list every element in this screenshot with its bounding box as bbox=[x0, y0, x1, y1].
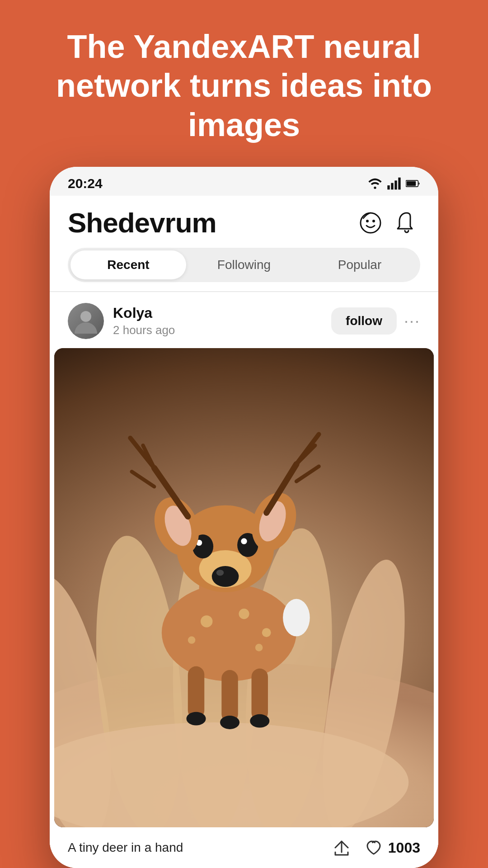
svg-point-29 bbox=[241, 538, 247, 544]
post-footer: A tiny deer in a hand 1003 bbox=[50, 827, 438, 868]
like-count: 1003 bbox=[388, 840, 420, 856]
svg-point-10 bbox=[372, 220, 375, 222]
post-image[interactable] bbox=[54, 348, 434, 827]
avatar-image bbox=[68, 303, 104, 339]
wifi-icon bbox=[368, 176, 382, 191]
app-title: Shedevrum bbox=[68, 207, 216, 239]
post-header: Kolya 2 hours ago follow ··· bbox=[50, 292, 438, 348]
face-smile-icon[interactable] bbox=[357, 209, 384, 236]
post-caption: A tiny deer in a hand bbox=[68, 840, 330, 855]
phone-frame: 20:24 Shedevru bbox=[50, 167, 438, 868]
status-bar: 20:24 bbox=[50, 167, 438, 196]
svg-rect-42 bbox=[188, 666, 204, 719]
follow-button[interactable]: follow bbox=[331, 307, 397, 335]
tab-popular[interactable]: Popular bbox=[302, 250, 418, 279]
svg-point-24 bbox=[212, 566, 239, 587]
tab-following[interactable]: Following bbox=[186, 250, 302, 279]
post-actions: follow ··· bbox=[331, 307, 420, 335]
bell-icon[interactable] bbox=[393, 209, 420, 236]
svg-point-50 bbox=[262, 628, 271, 637]
svg-point-45 bbox=[186, 712, 206, 726]
svg-rect-7 bbox=[407, 181, 416, 186]
svg-point-52 bbox=[255, 644, 263, 651]
app-header: Shedevrum bbox=[50, 196, 438, 248]
svg-point-51 bbox=[188, 637, 196, 644]
tab-recent[interactable]: Recent bbox=[70, 250, 186, 279]
svg-rect-2 bbox=[387, 185, 389, 189]
svg-point-46 bbox=[220, 716, 239, 729]
svg-point-11 bbox=[80, 311, 91, 322]
post-image-art bbox=[54, 348, 434, 827]
svg-point-25 bbox=[216, 570, 224, 576]
svg-point-9 bbox=[366, 220, 369, 222]
svg-rect-44 bbox=[252, 669, 268, 721]
svg-point-8 bbox=[361, 213, 380, 233]
svg-rect-43 bbox=[221, 670, 238, 722]
svg-point-53 bbox=[283, 599, 310, 637]
avatar[interactable] bbox=[68, 303, 104, 339]
post-footer-actions: 1003 bbox=[330, 836, 420, 859]
status-icons bbox=[368, 176, 420, 191]
tab-bar: Recent Following Popular bbox=[68, 248, 420, 282]
more-options-button[interactable]: ··· bbox=[404, 311, 420, 330]
post-time: 2 hours ago bbox=[113, 323, 331, 337]
header-icons bbox=[357, 209, 420, 236]
svg-point-48 bbox=[201, 615, 212, 627]
svg-point-1 bbox=[374, 187, 376, 189]
hero-title: The YandexART neural network turns ideas… bbox=[0, 0, 488, 167]
svg-rect-5 bbox=[398, 178, 400, 190]
post-user-info: Kolya 2 hours ago bbox=[113, 305, 331, 337]
svg-rect-4 bbox=[394, 181, 397, 190]
svg-rect-3 bbox=[391, 183, 393, 190]
svg-point-47 bbox=[250, 714, 269, 728]
post-username: Kolya bbox=[113, 305, 331, 321]
signal-icon bbox=[387, 176, 401, 191]
post-section: Kolya 2 hours ago follow ··· bbox=[50, 292, 438, 868]
share-button[interactable] bbox=[330, 836, 353, 859]
svg-point-49 bbox=[239, 609, 249, 619]
battery-icon bbox=[406, 176, 420, 191]
status-time: 20:24 bbox=[68, 176, 103, 191]
like-button[interactable]: 1003 bbox=[364, 838, 420, 858]
